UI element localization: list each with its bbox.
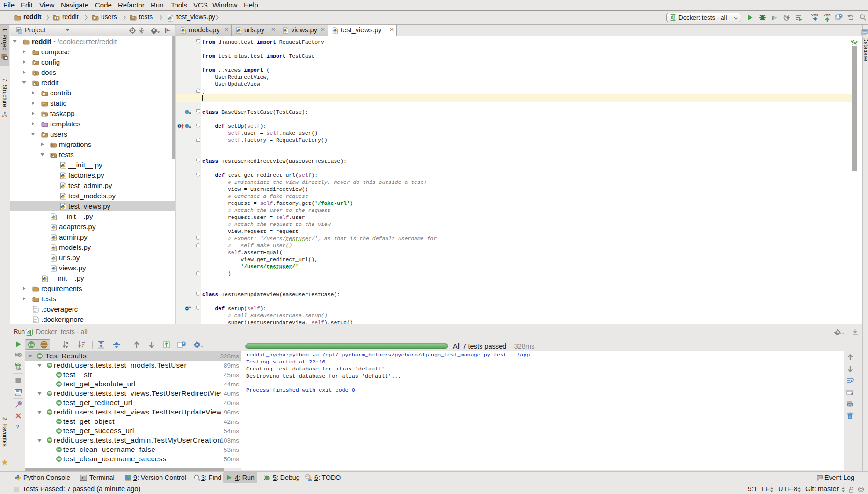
svg-text:OK: OK <box>57 383 62 385</box>
svg-text:OK: OK <box>38 355 43 357</box>
svg-text:OK: OK <box>29 343 34 347</box>
svg-text:OK: OK <box>48 411 52 414</box>
svg-text:OK: OK <box>57 429 62 432</box>
svg-text:OK: OK <box>48 364 52 367</box>
svg-text:OK: OK <box>57 401 62 404</box>
svg-text:OK: OK <box>57 373 62 376</box>
svg-text:z: z <box>66 345 68 349</box>
svg-text:?: ? <box>16 424 19 431</box>
svg-text:OK: OK <box>48 392 52 395</box>
svg-text:VCS: VCS <box>824 14 831 17</box>
svg-text:?: ? <box>19 353 21 357</box>
svg-text:OK: OK <box>57 458 62 460</box>
svg-text:VCS: VCS <box>811 14 818 17</box>
svg-text:OK: OK <box>48 439 52 442</box>
svg-text:OK: OK <box>57 448 62 451</box>
svg-text:OK: OK <box>57 420 62 423</box>
